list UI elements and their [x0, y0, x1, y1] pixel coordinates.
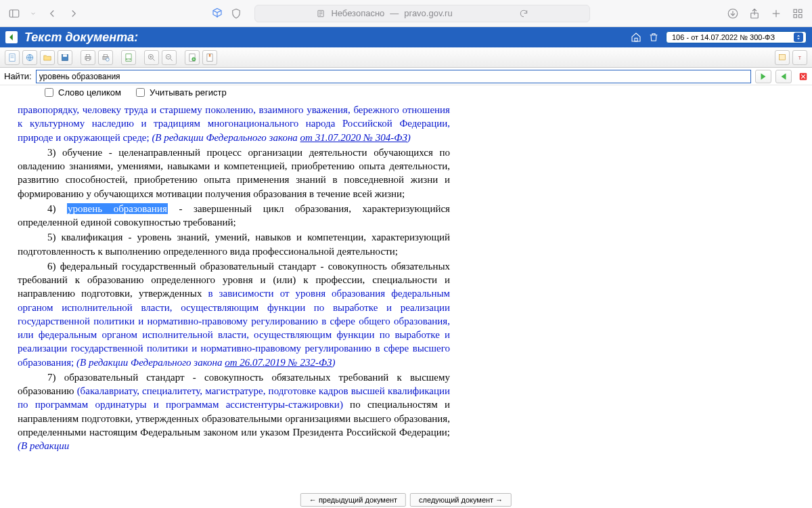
new-tab-icon[interactable]	[770, 7, 782, 20]
find-bar: Найти:	[0, 68, 812, 85]
share-icon[interactable]	[748, 7, 761, 20]
tb-print-preview-icon[interactable]	[98, 50, 113, 65]
tb-doc-icon[interactable]	[5, 50, 20, 65]
svg-rect-23	[87, 54, 90, 56]
reader-icon	[316, 9, 325, 18]
doc-para-7: 7) образовательный стандарт - совокупнос…	[18, 371, 450, 453]
chevron-updown-icon	[794, 33, 803, 42]
house-icon[interactable]	[631, 32, 641, 43]
find-label: Найти:	[4, 71, 32, 81]
prev-doc-button[interactable]: ← предыдущий документ	[300, 493, 406, 507]
doc-nav: ← предыдущий документ следующий документ…	[300, 493, 512, 507]
tb-rtf-icon[interactable]: RTF	[121, 50, 136, 65]
law-link-232[interactable]: от 26.07.2019 № 232-ФЗ	[225, 357, 332, 368]
svg-rect-0	[9, 9, 19, 17]
browser-chrome: Небезопасно — pravo.gov.ru	[0, 0, 812, 27]
find-options: Слово целиком Учитывать регистр	[0, 85, 812, 102]
address-bar[interactable]: Небезопасно — pravo.gov.ru	[254, 5, 589, 22]
toolbar: RTF T	[0, 47, 812, 68]
next-doc-button[interactable]: следующий документ →	[410, 493, 512, 507]
tb-globe-icon[interactable]	[22, 50, 37, 65]
trash-icon[interactable]	[648, 32, 659, 43]
find-match-case[interactable]: Учитывать регистр	[133, 86, 227, 99]
svg-rect-24	[87, 58, 90, 60]
law-link-304[interactable]: от 31.07.2020 № 304-ФЗ	[300, 132, 407, 143]
tb-zoom-out-icon[interactable]	[162, 50, 177, 65]
download-icon[interactable]	[727, 7, 739, 20]
doc-para-6: 6) федеральный государственный образоват…	[18, 259, 450, 369]
chevron-down-icon[interactable]	[30, 7, 37, 20]
cube-icon[interactable]	[211, 7, 223, 20]
doc-para-intro: правопорядку, человеку труда и старшему …	[18, 103, 450, 144]
svg-rect-11	[794, 9, 797, 13]
tb-print-icon[interactable]	[81, 50, 95, 65]
svg-rect-13	[794, 14, 797, 18]
svg-rect-14	[799, 14, 803, 18]
doc-para-5: 5) квалификация - уровень знаний, умений…	[18, 230, 450, 258]
find-match-case-checkbox[interactable]	[136, 88, 145, 97]
find-prev-button[interactable]	[775, 70, 792, 83]
tb-add-bookmark-icon[interactable]	[185, 50, 200, 65]
nav-forward-icon[interactable]	[68, 7, 80, 20]
tb-save-icon[interactable]	[58, 50, 72, 65]
find-whole-word-checkbox[interactable]	[45, 88, 53, 97]
tb-toc-icon[interactable]: T	[792, 50, 807, 65]
svg-point-27	[106, 58, 110, 61]
svg-rect-21	[63, 54, 67, 57]
svg-line-31	[153, 58, 155, 60]
svg-text:T: T	[798, 55, 802, 60]
find-next-button[interactable]	[755, 70, 771, 83]
document-content: правопорядку, человеку труда и старшему …	[0, 102, 457, 461]
document-selector-label: 106 - от 14.07.2022 № 300-ФЗ	[672, 33, 775, 41]
address-bar-host: pravo.gov.ru	[404, 8, 452, 18]
tb-zoom-in-icon[interactable]	[144, 50, 159, 65]
svg-rect-26	[104, 54, 108, 56]
sidebar-icon[interactable]	[8, 7, 20, 20]
svg-rect-12	[799, 9, 803, 13]
back-home-icon[interactable]	[5, 31, 18, 43]
search-highlight: уровень образования	[67, 203, 168, 214]
svg-rect-42	[779, 54, 785, 60]
document-selector[interactable]: 106 - от 14.07.2022 № 300-ФЗ	[666, 31, 807, 43]
shield-icon[interactable]	[230, 7, 242, 20]
svg-text:RTF: RTF	[126, 57, 131, 60]
svg-line-35	[171, 58, 173, 60]
doc-para-3: 3) обучение - целенаправленный процесс о…	[18, 146, 450, 200]
nav-back-icon[interactable]	[46, 7, 58, 20]
svg-rect-15	[635, 38, 637, 41]
find-input[interactable]	[36, 70, 751, 83]
tabs-icon[interactable]	[792, 7, 804, 20]
address-bar-insecure-label: Небезопасно	[331, 8, 384, 18]
app-header: Текст документа: 106 - от 14.07.2022 № 3…	[0, 27, 812, 47]
doc-para-4: 4) уровень образования - завершенный цик…	[18, 202, 450, 230]
tb-bookmarks-icon[interactable]	[202, 50, 217, 65]
reload-icon[interactable]	[519, 9, 528, 18]
find-whole-word[interactable]: Слово целиком	[42, 86, 121, 99]
page-title: Текст документа:	[24, 30, 138, 45]
document-viewport: правопорядку, человеку труда и старшему …	[0, 102, 812, 508]
tb-annotations-icon[interactable]	[775, 50, 790, 65]
tb-folder-icon[interactable]	[40, 50, 55, 65]
find-close-icon[interactable]	[798, 72, 808, 81]
